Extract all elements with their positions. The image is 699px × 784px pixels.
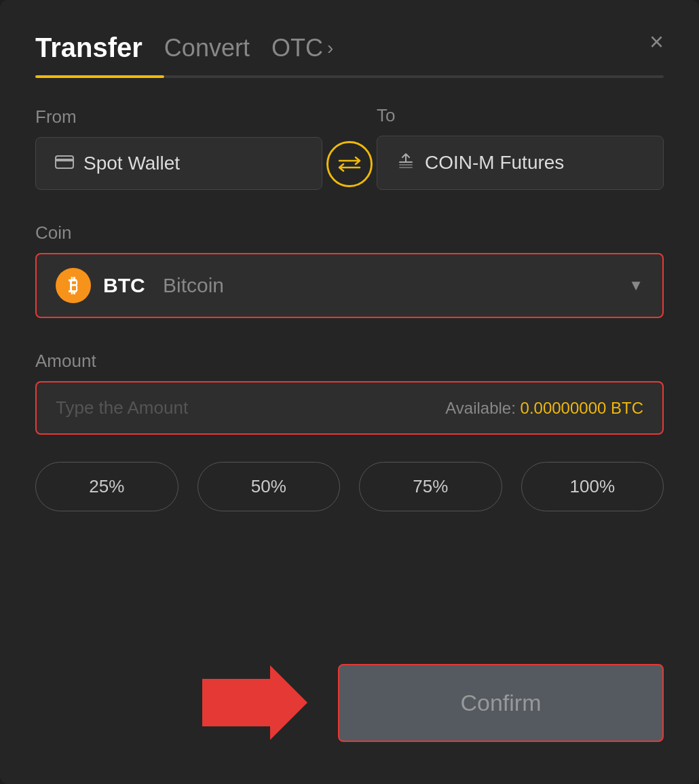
header-tabs: Transfer Convert OTC › [35, 33, 664, 63]
available-value: 0.00000000 BTC [521, 399, 643, 417]
from-wallet-label: Spot Wallet [83, 153, 180, 174]
confirm-row: Confirm [35, 662, 664, 743]
futures-icon [396, 151, 415, 174]
percent-100-button[interactable]: 100% [521, 462, 664, 511]
tab-convert[interactable]: Convert [164, 34, 250, 62]
percent-25-button[interactable]: 25% [35, 462, 178, 511]
inactive-tab-underline [164, 75, 664, 78]
confirm-button[interactable]: Confirm [338, 664, 664, 742]
swap-btn-wrapper [322, 141, 377, 190]
percent-row: 25% 50% 75% 100% [35, 462, 664, 511]
wallet-card-icon [55, 154, 74, 173]
available-text: Available: 0.00000000 BTC [445, 399, 643, 418]
swap-button[interactable] [326, 141, 373, 187]
amount-input-box[interactable]: Type the Amount Available: 0.00000000 BT… [35, 381, 664, 435]
transfer-modal: × Transfer Convert OTC › From [0, 0, 699, 784]
svg-marker-2 [202, 665, 307, 740]
coin-ticker: BTC [103, 274, 145, 297]
coin-section: Coin ₿ BTC Bitcoin ▼ [35, 222, 664, 318]
coin-chevron-icon: ▼ [628, 277, 643, 294]
to-column: To COIN-M Futures [377, 105, 664, 190]
active-tab-underline [35, 75, 164, 78]
coin-name: Bitcoin [157, 274, 224, 297]
close-button[interactable]: × [649, 30, 664, 54]
from-wallet-select[interactable]: Spot Wallet [35, 137, 322, 190]
from-label: From [35, 106, 322, 128]
amount-label: Amount [35, 351, 96, 371]
amount-section: Amount Type the Amount Available: 0.0000… [35, 351, 664, 435]
svg-rect-0 [56, 156, 73, 168]
btc-icon: ₿ [56, 268, 91, 303]
tab-otc[interactable]: OTC › [271, 34, 333, 62]
amount-placeholder: Type the Amount [56, 397, 188, 418]
coin-label: Coin [35, 222, 71, 243]
svg-rect-1 [56, 159, 73, 161]
percent-75-button[interactable]: 75% [359, 462, 502, 511]
from-to-row: From Spot Wallet [35, 105, 664, 190]
arrow-indicator [202, 662, 311, 743]
to-wallet-select[interactable]: COIN-M Futures [377, 136, 664, 190]
to-label: To [377, 105, 664, 126]
chevron-right-icon: › [327, 37, 333, 59]
percent-50-button[interactable]: 50% [197, 462, 341, 511]
coin-select[interactable]: ₿ BTC Bitcoin ▼ [35, 253, 664, 318]
to-wallet-label: COIN-M Futures [425, 152, 564, 174]
tab-underline-row [35, 75, 664, 78]
tab-transfer[interactable]: Transfer [35, 33, 143, 63]
from-column: From Spot Wallet [35, 106, 322, 190]
